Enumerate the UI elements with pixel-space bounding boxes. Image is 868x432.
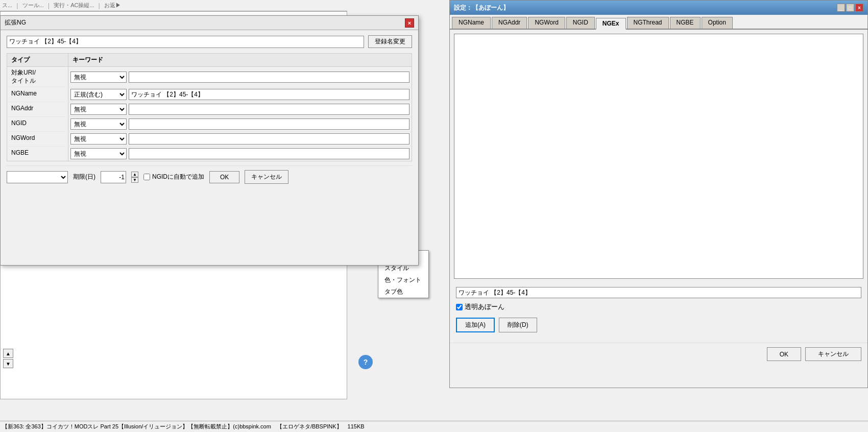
ng-row-ngaddr: NGAddr 無視 正規(含む) 完全一致 部分一致 <box>7 102 412 117</box>
toolbar-sep2: | <box>48 2 50 9</box>
ng-row-ngbe-content: 無視 正規(含む) 完全一致 部分一致 <box>68 147 412 161</box>
toolbar-sep: | <box>16 2 18 9</box>
scroll-arrows: ▲ ▼ <box>3 349 13 368</box>
settings-ok-button[interactable]: OK <box>767 347 801 361</box>
ng-ok-button[interactable]: OK <box>209 171 239 183</box>
app-toolbar: ス... | ツール... | 実行・AC操縦... | お返▶ <box>0 0 347 11</box>
ng-row-ngbe-label: NGBE <box>7 147 68 161</box>
ng-keyword-header: キーワード <box>68 54 412 66</box>
status-text: 【新363: 全363】コイカツ！MODスレ Part 25【Illusion/… <box>2 423 365 430</box>
ng-grid-container: タイプ キーワード 対象URI/タイトル 無視 正規(含む) 完全一致 部分一致 <box>7 53 412 161</box>
ng-ngaddr-type-select[interactable]: 無視 正規(含む) 完全一致 部分一致 <box>70 104 127 115</box>
ng-ngid-auto-checkbox-label: NGIDに自動で追加 <box>143 173 204 181</box>
tab-option[interactable]: Option <box>702 17 733 29</box>
settings-content-area <box>454 34 863 279</box>
ng-bottom-type-select[interactable] <box>7 171 68 183</box>
settings-bottom: 透明あぼーん 追加(A) 削除(D) <box>450 283 867 343</box>
ng-uri-type-select[interactable]: 無視 正規(含む) 完全一致 部分一致 <box>70 71 127 83</box>
settings-ok-cancel-row: OK キャンセル <box>450 343 867 365</box>
settings-ng-input[interactable] <box>456 287 861 298</box>
ng-ngaddr-keyword-input[interactable] <box>129 104 409 115</box>
ng-row-ngword-content: 無視 正規(含む) 完全一致 部分一致 <box>68 132 412 146</box>
ng-bottom-row: 期限(日) ▲ ▼ NGIDに自動で追加 OK キャンセル <box>7 165 412 188</box>
ng-row-ngaddr-label: NGAddr <box>7 102 68 116</box>
ng-row-ngbe: NGBE 無視 正規(含む) 完全一致 部分一致 <box>7 147 412 161</box>
settings-title: 設定：【あぼーん】 <box>454 4 509 12</box>
settings-cancel-button[interactable]: キャンセル <box>805 347 861 361</box>
ng-dialog-body: 登録名変更 タイプ キーワード 対象URI/タイトル 無視 正規(含む) 完全一… <box>1 30 418 193</box>
toolbar-label2: ツール... <box>22 2 44 9</box>
ng-dialog: 拡張NG × 登録名変更 タイプ キーワード 対象URI/タイトル 無視 正規(… <box>0 15 419 266</box>
tab-ngbe[interactable]: NGBE <box>670 17 701 29</box>
tab-ngthread[interactable]: NGThread <box>627 17 669 29</box>
tab-ngaddr[interactable]: NGAddr <box>492 17 527 29</box>
settings-checkbox-row: 透明あぼーん <box>456 302 861 311</box>
ng-row-ngname-label: NGName <box>7 87 68 102</box>
ng-period-spinner: ▲ ▼ <box>131 172 138 183</box>
ng-period-up-button[interactable]: ▲ <box>131 172 138 177</box>
ng-input-row <box>456 287 861 298</box>
ng-row-ngname-content: 無視 正規(含む) 完全一致 部分一致 <box>68 87 412 102</box>
status-bar: 【新363: 全363】コイカツ！MODスレ Part 25【Illusion/… <box>0 421 868 432</box>
ng-ngid-keyword-input[interactable] <box>129 118 409 130</box>
ng-row-ngaddr-content: 無視 正規(含む) 完全一致 部分一致 <box>68 102 412 116</box>
tab-ngex[interactable]: NGEx <box>596 18 626 30</box>
ng-name-row: 登録名変更 <box>7 35 412 48</box>
settings-titlebar: 設定：【あぼーん】 _ □ × <box>450 1 867 15</box>
transparent-aborn-label: 透明あぼーん <box>465 302 504 311</box>
ng-dialog-close-button[interactable]: × <box>405 18 414 28</box>
scroll-up-button[interactable]: ▲ <box>3 349 13 358</box>
tab-ngname[interactable]: NGName <box>452 17 491 29</box>
settings-minimize-button[interactable]: _ <box>837 4 845 12</box>
ng-ngname-keyword-input[interactable] <box>129 89 409 100</box>
help-button[interactable]: ? <box>358 355 373 369</box>
settings-delete-button[interactable]: 削除(D) <box>499 318 537 332</box>
toolbar-label4: お返▶ <box>104 2 121 9</box>
ng-ngname-type-select[interactable]: 無視 正規(含む) 完全一致 部分一致 <box>70 89 127 100</box>
ng-dialog-titlebar: 拡張NG × <box>1 16 418 30</box>
context-menu-item-color-font[interactable]: 色・フォント <box>378 274 428 286</box>
ng-row-uri-content: 無視 正規(含む) 完全一致 部分一致 <box>68 67 412 87</box>
ng-ngid-type-select[interactable]: 無視 正規(含む) 完全一致 部分一致 <box>70 118 127 130</box>
ng-period-input[interactable] <box>101 171 126 183</box>
toolbar-label: ス... <box>2 2 12 9</box>
settings-add-button[interactable]: 追加(A) <box>456 318 495 332</box>
ng-row-ngword-label: NGWord <box>7 132 68 146</box>
ng-dialog-title: 拡張NG <box>5 18 26 27</box>
ng-period-down-button[interactable]: ▼ <box>131 177 138 183</box>
tab-ngword[interactable]: NGWord <box>528 17 565 29</box>
settings-close-button[interactable]: × <box>855 4 863 12</box>
settings-titlebar-buttons: _ □ × <box>837 4 863 12</box>
scroll-down-button[interactable]: ▼ <box>3 359 13 368</box>
ng-name-input[interactable] <box>7 36 364 48</box>
ng-ngid-auto-label: NGIDに自動で追加 <box>152 173 204 181</box>
transparent-aborn-checkbox[interactable] <box>456 304 463 310</box>
ng-row-ngword: NGWord 無視 正規(含む) 完全一致 部分一致 <box>7 132 412 147</box>
ng-ngbe-keyword-input[interactable] <box>129 148 409 159</box>
toolbar-label3: 実行・AC操縦... <box>54 2 94 9</box>
ng-row-uri: 対象URI/タイトル 無視 正規(含む) 完全一致 部分一致 <box>7 67 412 87</box>
ng-uri-keyword-input[interactable] <box>129 71 409 83</box>
ng-ngid-auto-checkbox[interactable] <box>143 174 150 180</box>
settings-action-buttons: 追加(A) 削除(D) <box>456 318 861 332</box>
settings-panel: 設定：【あぼーん】 _ □ × NGName NGAddr NGWord NGI… <box>449 0 868 388</box>
ng-ngword-keyword-input[interactable] <box>129 133 409 145</box>
ng-grid-header-row: タイプ キーワード <box>7 54 412 67</box>
ng-row-ngid-label: NGID <box>7 117 68 131</box>
ng-row-ngid: NGID 無視 正規(含む) 完全一致 部分一致 <box>7 117 412 132</box>
ng-row-ngname: NGName 無視 正規(含む) 完全一致 部分一致 <box>7 87 412 102</box>
ng-period-label: 期限(日) <box>73 173 95 181</box>
settings-maximize-button[interactable]: □ <box>846 4 854 12</box>
ng-cancel-button[interactable]: キャンセル <box>245 170 288 184</box>
settings-tabs: NGName NGAddr NGWord NGID NGEx NGThread … <box>450 15 867 30</box>
context-menu-item-tab-color[interactable]: タブ色 <box>378 286 428 298</box>
ng-rename-button[interactable]: 登録名変更 <box>368 35 412 48</box>
ng-type-header: タイプ <box>7 54 68 66</box>
ng-row-uri-label: 対象URI/タイトル <box>7 67 68 87</box>
ng-ngword-type-select[interactable]: 無視 正規(含む) 完全一致 部分一致 <box>70 133 127 145</box>
ng-row-ngid-content: 無視 正規(含む) 完全一致 部分一致 <box>68 117 412 131</box>
tab-ngid[interactable]: NGID <box>566 17 595 29</box>
ng-ngbe-type-select[interactable]: 無視 正規(含む) 完全一致 部分一致 <box>70 148 127 159</box>
toolbar-sep3: | <box>99 2 100 9</box>
